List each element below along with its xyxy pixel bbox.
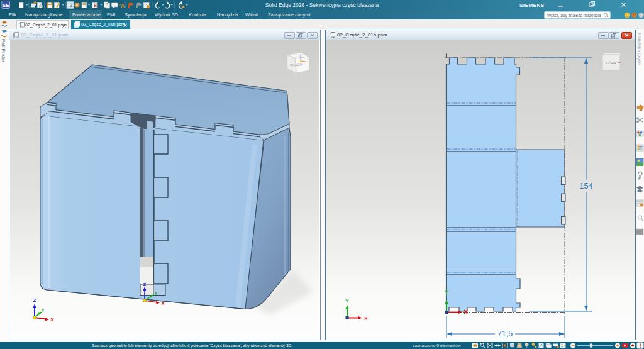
svg-text:SE: SE (3, 3, 9, 8)
svg-text:Y: Y (42, 308, 45, 313)
svg-text:Solid Edge 2026 - Sekwencyjna: Solid Edge 2026 - Sekwencyjna część blas… (265, 2, 379, 8)
svg-text:X: X (50, 317, 54, 323)
svg-text:Y: Y (345, 298, 349, 304)
svg-text:Y: Y (155, 291, 158, 296)
svg-text:71,5: 71,5 (497, 330, 513, 338)
svg-text:GÓRA: GÓRA (606, 61, 616, 65)
svg-text:Z: Z (143, 282, 147, 287)
svg-text:X: X (364, 316, 368, 321)
svg-text:?: ? (640, 13, 643, 18)
svg-text:Z: Z (33, 297, 36, 303)
svg-text:"A: "A (118, 3, 125, 9)
svg-text:SIEMENS: SIEMENS (519, 3, 545, 8)
svg-text:X: X (162, 301, 165, 306)
svg-text:154: 154 (580, 182, 593, 191)
